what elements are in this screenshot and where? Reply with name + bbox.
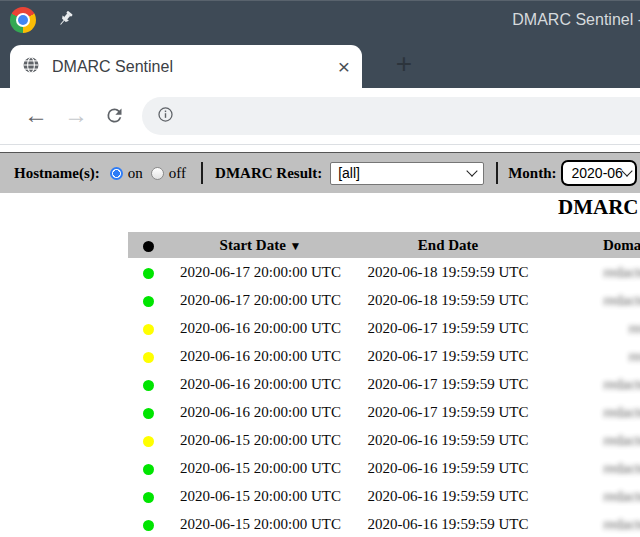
- status-dot-yellow-icon: [143, 352, 154, 363]
- domain-header-label: Domain: [603, 237, 640, 253]
- end-date-header-label: End Date: [418, 237, 478, 253]
- tab-close-icon[interactable]: ×: [338, 56, 350, 77]
- hostnames-off-radio[interactable]: [151, 167, 164, 180]
- table-row[interactable]: 2020-06-15 20:00:00 UTC2020-06-16 19:59:…: [128, 454, 640, 482]
- status-dot-icon: [143, 241, 154, 252]
- table-row[interactable]: 2020-06-17 20:00:00 UTC2020-06-18 19:59:…: [128, 258, 640, 286]
- domain-redacted-text: redactedexampledomain.com: [603, 264, 640, 280]
- window-title: DMARC Sentinel -: [512, 11, 640, 29]
- status-dot-green-icon: [143, 464, 154, 475]
- table-row[interactable]: 2020-06-16 20:00:00 UTC2020-06-17 19:59:…: [128, 342, 640, 370]
- domain-redacted-text: redacteddomain.com: [629, 320, 640, 336]
- new-tab-button[interactable]: +: [388, 48, 420, 80]
- browser-tab[interactable]: DMARC Sentinel ×: [10, 45, 362, 88]
- start-date-cell: 2020-06-17 20:00:00 UTC: [168, 286, 353, 314]
- back-icon[interactable]: ←: [24, 103, 48, 127]
- start-date-cell: 2020-06-16 20:00:00 UTC: [168, 342, 353, 370]
- table-row[interactable]: 2020-06-16 20:00:00 UTC2020-06-17 19:59:…: [128, 314, 640, 342]
- globe-icon: [22, 56, 40, 78]
- end-date-cell: 2020-06-17 19:59:59 UTC: [353, 314, 543, 342]
- month-value: 2020-06: [571, 165, 622, 181]
- reload-icon[interactable]: [104, 105, 125, 130]
- toolbar-divider: [201, 162, 203, 184]
- end-date-column-header[interactable]: End Date: [353, 232, 543, 258]
- end-date-cell: 2020-06-17 19:59:59 UTC: [353, 398, 543, 426]
- domain-redacted-text: redactedexampledomain.com: [603, 376, 640, 392]
- end-date-cell: 2020-06-16 19:59:59 UTC: [353, 426, 543, 454]
- table-row[interactable]: 2020-06-16 20:00:00 UTC2020-06-17 19:59:…: [128, 398, 640, 426]
- end-date-cell: 2020-06-16 19:59:59 UTC: [353, 510, 543, 537]
- start-date-cell: 2020-06-16 20:00:00 UTC: [168, 398, 353, 426]
- chrome-logo-icon: [10, 7, 36, 33]
- start-date-cell: 2020-06-16 20:00:00 UTC: [168, 314, 353, 342]
- browser-navbar: ← →: [0, 88, 640, 145]
- end-date-cell: 2020-06-16 19:59:59 UTC: [353, 454, 543, 482]
- table-header-row: Start Date ▼ End Date Domain: [128, 232, 640, 258]
- table-row[interactable]: 2020-06-15 20:00:00 UTC2020-06-16 19:59:…: [128, 482, 640, 510]
- domain-redacted-text: redactedexampledomain.com: [603, 488, 640, 504]
- end-date-cell: 2020-06-16 19:59:59 UTC: [353, 482, 543, 510]
- domain-redacted-text: redactedexampledomain.com: [603, 432, 640, 448]
- hostnames-on-label: on: [128, 165, 143, 182]
- page-title: DMARC: [558, 195, 638, 220]
- report-table: Start Date ▼ End Date Domain 2020-06-17 …: [128, 232, 640, 537]
- toolbar-divider: [496, 162, 498, 184]
- status-dot-yellow-icon: [143, 436, 154, 447]
- status-dot-green-icon: [143, 408, 154, 419]
- info-icon[interactable]: [157, 106, 174, 127]
- start-date-cell: 2020-06-15 20:00:00 UTC: [168, 510, 353, 537]
- domain-redacted-text: redactedexampledomain.com: [603, 404, 640, 420]
- table-body: 2020-06-17 20:00:00 UTC2020-06-18 19:59:…: [128, 258, 640, 537]
- chevron-down-icon: [466, 165, 477, 176]
- hostnames-label: Hostname(s):: [14, 165, 100, 182]
- filter-toolbar: Hostname(s): on off DMARC Result: [all] …: [0, 152, 640, 193]
- month-select-focus-ring: 2020-06: [561, 160, 637, 186]
- table-row[interactable]: 2020-06-15 20:00:00 UTC2020-06-16 19:59:…: [128, 510, 640, 537]
- hostnames-on-radio[interactable]: [110, 167, 123, 180]
- domain-column-header[interactable]: Domain: [543, 232, 640, 258]
- table-row[interactable]: 2020-06-15 20:00:00 UTC2020-06-16 19:59:…: [128, 426, 640, 454]
- tab-strip: DMARC Sentinel × +: [0, 40, 640, 88]
- end-date-cell: 2020-06-18 19:59:59 UTC: [353, 258, 543, 286]
- status-dot-yellow-icon: [143, 324, 154, 335]
- dmarc-result-label: DMARC Result:: [215, 165, 322, 182]
- domain-redacted-text: redactedexampledomain.com: [603, 516, 640, 532]
- start-date-cell: 2020-06-15 20:00:00 UTC: [168, 454, 353, 482]
- start-date-header-label: Start Date: [220, 237, 286, 253]
- dmarc-result-value: [all]: [338, 165, 360, 181]
- domain-redacted-text: redacteddomain.com: [629, 348, 640, 364]
- end-date-cell: 2020-06-17 19:59:59 UTC: [353, 342, 543, 370]
- start-date-cell: 2020-06-17 20:00:00 UTC: [168, 258, 353, 286]
- start-date-cell: 2020-06-15 20:00:00 UTC: [168, 426, 353, 454]
- status-dot-green-icon: [143, 520, 154, 531]
- status-dot-green-icon: [143, 296, 154, 307]
- end-date-cell: 2020-06-17 19:59:59 UTC: [353, 370, 543, 398]
- status-column-header[interactable]: [128, 232, 168, 258]
- month-select[interactable]: 2020-06: [564, 163, 634, 183]
- start-date-cell: 2020-06-15 20:00:00 UTC: [168, 482, 353, 510]
- start-date-column-header[interactable]: Start Date ▼: [168, 232, 353, 258]
- status-dot-green-icon: [143, 492, 154, 503]
- tab-title: DMARC Sentinel: [52, 58, 173, 76]
- domain-redacted-text: redactedexampledomain.com: [603, 460, 640, 476]
- start-date-cell: 2020-06-16 20:00:00 UTC: [168, 370, 353, 398]
- table-row[interactable]: 2020-06-17 20:00:00 UTC2020-06-18 19:59:…: [128, 286, 640, 314]
- dmarc-result-select[interactable]: [all]: [330, 162, 484, 185]
- end-date-cell: 2020-06-18 19:59:59 UTC: [353, 286, 543, 314]
- status-dot-green-icon: [143, 268, 154, 279]
- month-label: Month:: [508, 165, 556, 182]
- address-bar[interactable]: [142, 97, 640, 135]
- domain-redacted-text: redactedexampledomain.com: [603, 292, 640, 308]
- hostnames-off-label: off: [169, 165, 186, 182]
- sort-desc-icon: ▼: [290, 239, 302, 253]
- forward-icon: →: [64, 103, 88, 127]
- status-dot-green-icon: [143, 380, 154, 391]
- table-row[interactable]: 2020-06-16 20:00:00 UTC2020-06-17 19:59:…: [128, 370, 640, 398]
- window-titlebar: DMARC Sentinel -: [0, 0, 640, 40]
- pushpin-icon[interactable]: [56, 9, 75, 32]
